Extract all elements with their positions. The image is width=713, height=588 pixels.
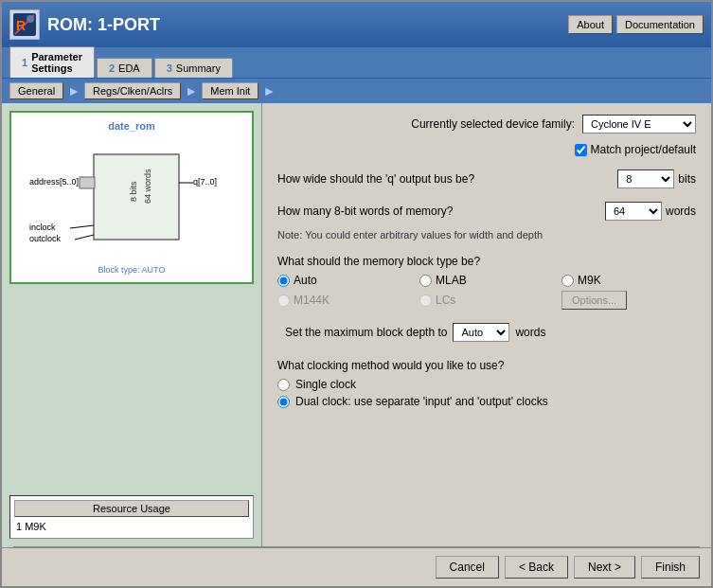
max-depth-unit: words [515,326,545,339]
radio-lcs-label: LCs [436,294,455,307]
breadcrumb: General ► Regs/Clken/Aclrs ► Mem Init ► [2,78,711,103]
radio-m144k: M144K [277,294,412,307]
tab-label-3: Summary [176,62,221,74]
svg-rect-11 [80,177,95,188]
radio-mlab-input[interactable] [419,275,432,287]
tab-label-1: ParameterSettings [31,51,82,74]
radio-auto-label: Auto [294,274,317,287]
svg-text:address[5..0]: address[5..0] [29,177,79,187]
tab-num-3: 3 [167,62,172,74]
radio-m9k-input[interactable] [561,275,574,287]
svg-text:inclock: inclock [29,223,56,232]
breadcrumb-arrow-2: ► [185,83,198,98]
main-content: date_rom address[5..0] q[7..0] 8 bits 64… [2,103,711,546]
note-text: Note: You could enter arbitrary values f… [277,229,543,241]
tab-parameter-settings[interactable]: 1 ParameterSettings [9,46,95,78]
radio-lcs-input [419,294,432,307]
breadcrumb-general[interactable]: General [9,82,63,99]
block-type-question: What should the memory block type be? [277,255,696,268]
tab-num-1: 1 [22,57,27,68]
device-family-select[interactable]: Cyclone IV E [582,115,696,134]
svg-line-15 [75,235,94,240]
documentation-button[interactable]: Documentation [616,15,704,34]
schematic-title: date_rom [19,120,244,132]
match-project-checkbox[interactable] [575,144,587,156]
radio-m144k-label: M144K [294,294,330,307]
schematic-box: date_rom address[5..0] q[7..0] 8 bits 64… [9,111,254,284]
clock-section: What clocking method would you like to u… [277,359,696,412]
block-type-label: Block type: AUTO [19,265,244,275]
q-bus-select[interactable]: 8 4 16 [617,169,674,188]
arbitrary-note: Note: You could enter arbitrary values f… [277,228,696,241]
max-depth-label: Set the maximum block depth to [285,326,447,339]
q-bus-label: How wide should the 'q' output bus be? [277,172,474,186]
clock-dual-row: Dual clock: use separate 'input' and 'ou… [277,395,696,408]
radio-m9k-label: M9K [578,274,601,287]
match-project-label: Match project/default [591,143,696,156]
right-panel: Currently selected device family: Cyclon… [262,103,711,546]
radio-auto: Auto [277,274,412,287]
next-button[interactable]: Next > [574,556,635,579]
window-title: ROM: 1-PORT [47,15,160,35]
match-project-row: Match project/default [277,143,696,156]
device-family-label: Currently selected device family: [411,117,575,131]
clock-question: What clocking method would you like to u… [277,359,696,372]
svg-text:outclock: outclock [29,234,62,243]
words-select[interactable]: 64 128 256 [605,202,662,221]
app-icon: R [9,9,40,40]
resource-usage-box: Resource Usage 1 M9K [9,495,254,539]
resource-usage-value: 1 M9K [14,519,249,534]
about-button[interactable]: About [568,15,613,34]
max-depth-select[interactable]: Auto 256 512 1024 2048 [453,323,509,342]
words-row: How many 8-bit words of memory? 64 128 2… [277,202,696,221]
clock-dual-label: Dual clock: use separate 'input' and 'ou… [295,395,548,408]
radio-m144k-input [277,294,290,307]
svg-text:q[7..0]: q[7..0] [193,177,217,187]
breadcrumb-regs[interactable]: Regs/Clken/Aclrs [84,82,181,99]
svg-text:64 words: 64 words [143,169,152,204]
tab-eda[interactable]: 2 EDA [97,58,152,78]
radio-mlab: MLAB [419,274,554,287]
schematic-diagram: address[5..0] q[7..0] 8 bits 64 words [19,135,244,258]
radio-mlab-label: MLAB [436,274,467,287]
radio-auto-input[interactable] [277,275,290,287]
tab-summary[interactable]: 3 Summary [154,58,233,78]
breadcrumb-mem-init[interactable]: Mem Init [202,82,258,99]
left-panel: date_rom address[5..0] q[7..0] 8 bits 64… [2,103,262,546]
resource-usage-title: Resource Usage [14,500,249,517]
words-label: How many 8-bit words of memory? [277,205,453,218]
breadcrumb-arrow-3: ► [262,83,276,98]
svg-text:8 bits: 8 bits [129,181,138,202]
radio-lcs: LCs [419,294,554,307]
bottom-bar: Cancel < Back Next > Finish [2,547,711,586]
breadcrumb-arrow-1: ► [67,83,80,98]
tab-bar: 1 ParameterSettings 2 EDA 3 Summary [2,47,711,78]
finish-button[interactable]: Finish [641,556,700,579]
clock-single-row: Single clock [277,378,696,391]
title-bar: R ROM: 1-PORT About Documentation [2,2,711,47]
block-type-section: What should the memory block type be? Au… [277,255,696,310]
q-bus-row: How wide should the 'q' output bus be? 8… [277,169,696,188]
tab-num-2: 2 [109,62,115,74]
tab-label-2: EDA [118,62,140,74]
max-depth-row: Set the maximum block depth to Auto 256 … [277,323,696,342]
q-bus-unit: bits [678,172,696,186]
clock-single-radio[interactable] [277,379,290,391]
device-family-row: Currently selected device family: Cyclon… [277,115,696,134]
clock-dual-radio[interactable] [277,396,290,408]
back-button[interactable]: < Back [505,556,568,579]
words-unit: words [666,205,696,218]
svg-line-13 [70,225,94,228]
block-type-options: Auto MLAB M9K M144K [277,274,696,310]
radio-m9k: M9K [561,274,696,287]
cancel-button[interactable]: Cancel [436,556,499,579]
options-button[interactable]: Options... [561,291,627,310]
clock-single-label: Single clock [295,378,356,391]
